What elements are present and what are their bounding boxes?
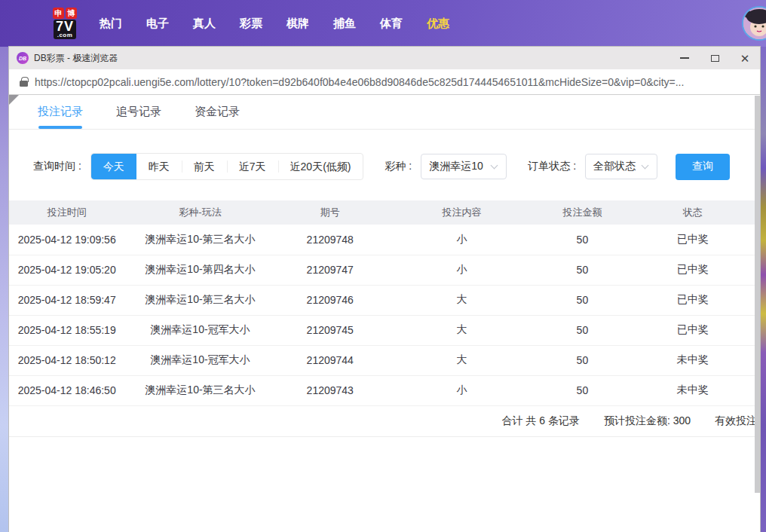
summary-bar: 合计 共 6 条记录 预计投注金额: 300 有效投注金额:: [9, 406, 760, 437]
window-titlebar[interactable]: DB DB彩票 - 极速浏览器 ✕: [9, 47, 760, 69]
cell-status: 未中奖: [626, 345, 760, 375]
cell-status: 已中奖: [626, 285, 760, 315]
table-row[interactable]: 2025-04-12 19:09:56 澳洲幸运10-第三名大小 2120974…: [9, 225, 760, 255]
order-status-select[interactable]: 全部状态: [585, 154, 657, 179]
logo-char: 博: [66, 8, 77, 19]
cell-bet-time: 2025-04-12 19:09:56: [9, 225, 124, 255]
cell-bet-amount: 50: [539, 255, 626, 285]
cell-bet-amount: 50: [539, 345, 626, 375]
site-logo[interactable]: 申 博 7V .com: [47, 8, 83, 39]
maximize-button[interactable]: [700, 47, 730, 69]
nav-item-fishing[interactable]: 捕鱼: [333, 17, 356, 31]
cell-status: 未中奖: [626, 375, 760, 405]
minimize-icon: [680, 57, 689, 59]
cell-game-play: 澳洲幸运10-冠军大小: [124, 345, 275, 375]
tab-fund-records[interactable]: 资金记录: [195, 95, 240, 129]
header-bet-amount: 投注金额: [539, 200, 626, 225]
nav-item-board[interactable]: 棋牌: [286, 17, 309, 31]
cell-bet-content: 小: [385, 375, 539, 405]
cell-bet-time: 2025-04-12 18:59:47: [9, 285, 124, 315]
header-status: 状态: [626, 200, 760, 225]
lottery-select-value: 澳洲幸运10: [429, 160, 483, 173]
nav-item-lottery[interactable]: 彩票: [240, 17, 262, 31]
cell-bet-time: 2025-04-12 18:50:12: [9, 345, 124, 375]
table-row[interactable]: 2025-04-12 18:59:47 澳洲幸运10-第三名大小 2120974…: [9, 285, 760, 315]
url-text[interactable]: https://ctopcp02pcali.uengi5e.com/lotter…: [35, 76, 684, 88]
nav-item-sports[interactable]: 体育: [380, 17, 403, 31]
time-option-7days[interactable]: 近7天: [227, 154, 278, 179]
time-option-today[interactable]: 今天: [91, 154, 136, 179]
close-icon: ✕: [740, 53, 750, 64]
tab-bet-records[interactable]: 投注记录: [38, 95, 83, 129]
time-range-group: 今天 昨天 前天 近7天 近20天(低频): [90, 153, 364, 180]
page-content: 投注记录 追号记录 资金记录 查询时间 : 今天 昨天 前天 近7天 近20天(…: [9, 95, 760, 531]
nav-item-slots[interactable]: 电子: [146, 17, 169, 31]
cell-issue: 21209746: [276, 285, 385, 315]
minimize-button[interactable]: [669, 47, 700, 69]
cell-game-play: 澳洲幸运10-冠军大小: [124, 315, 275, 345]
tab-chase-records[interactable]: 追号记录: [116, 95, 161, 129]
lottery-select[interactable]: 澳洲幸运10: [421, 154, 507, 179]
cell-bet-content: 大: [385, 345, 539, 375]
cell-bet-amount: 50: [539, 375, 626, 405]
nav-item-promo[interactable]: 优惠: [427, 17, 449, 31]
cell-game-play: 澳洲幸运10-第三名大小: [124, 225, 275, 255]
nav-item-hot[interactable]: 热门: [100, 17, 122, 31]
summary-total: 合计 共 6 条记录: [502, 414, 580, 428]
cell-bet-amount: 50: [539, 285, 626, 315]
chevron-down-icon: [491, 162, 498, 170]
cell-issue: 21209748: [276, 225, 385, 255]
table-row[interactable]: 2025-04-12 19:05:20 澳洲幸运10-第四名大小 2120974…: [9, 255, 760, 285]
time-filter-label: 查询时间 :: [33, 160, 81, 173]
cell-bet-content: 小: [385, 225, 539, 255]
background-page-right-strip: [760, 47, 766, 532]
status-filter-label: 订单状态 :: [528, 160, 576, 173]
corner-fold: [9, 95, 19, 105]
cell-status: 已中奖: [626, 315, 760, 345]
cell-status: 已中奖: [626, 225, 760, 255]
cell-bet-content: 小: [385, 255, 539, 285]
table-row[interactable]: 2025-04-12 18:46:50 澳洲幸运10-第三名大小 2120974…: [9, 375, 760, 405]
cell-bet-amount: 50: [539, 225, 626, 255]
favicon-icon: DB: [17, 52, 29, 64]
time-option-20days[interactable]: 近20天(低频): [278, 154, 363, 179]
header-game-play: 彩种-玩法: [124, 200, 275, 225]
close-button[interactable]: ✕: [730, 47, 760, 69]
site-topbar: 申 博 7V .com 热门 电子 真人 彩票 棋牌 捕鱼 体育 优惠: [0, 0, 766, 47]
summary-expected-amount: 预计投注金额: 300: [604, 414, 691, 428]
time-option-yesterday[interactable]: 昨天: [136, 154, 182, 179]
cell-bet-content: 大: [385, 315, 539, 345]
order-status-value: 全部状态: [593, 160, 636, 173]
query-button[interactable]: 查询: [676, 154, 730, 180]
cell-issue: 21209747: [276, 255, 385, 285]
table-row[interactable]: 2025-04-12 18:50:12 澳洲幸运10-冠军大小 21209744…: [9, 345, 760, 375]
cell-game-play: 澳洲幸运10-第三名大小: [124, 285, 275, 315]
cell-bet-time: 2025-04-12 18:46:50: [9, 375, 124, 405]
cell-bet-time: 2025-04-12 18:55:19: [9, 315, 124, 345]
record-tabs: 投注记录 追号记录 资金记录: [9, 95, 760, 130]
nav-item-live[interactable]: 真人: [193, 17, 216, 31]
time-option-daybefore[interactable]: 前天: [182, 154, 227, 179]
avatar-image: [743, 8, 766, 39]
lottery-filter-label: 彩种 :: [385, 160, 412, 173]
bet-records-table: 投注时间 彩种-玩法 期号 投注内容 投注金额 状态 2025-04-12 19…: [9, 200, 760, 406]
content-scrollbar[interactable]: [755, 95, 760, 531]
logo-com-text: .com: [56, 32, 74, 38]
scrollbar-thumb[interactable]: [755, 96, 760, 493]
cell-game-play: 澳洲幸运10-第四名大小: [124, 255, 275, 285]
cell-game-play: 澳洲幸运10-第三名大小: [124, 375, 275, 405]
header-bet-time: 投注时间: [9, 200, 124, 225]
logo-char: 申: [53, 8, 64, 19]
summary-valid-amount: 有效投注金额:: [715, 414, 760, 428]
header-issue: 期号: [276, 200, 385, 225]
url-bar[interactable]: https://ctopcp02pcali.uengi5e.com/lotter…: [9, 69, 760, 95]
lock-icon: [20, 81, 28, 87]
cell-bet-time: 2025-04-12 19:05:20: [9, 255, 124, 285]
maximize-icon: [711, 55, 719, 62]
chevron-down-icon: [642, 162, 649, 170]
bet-table-body: 2025-04-12 19:09:56 澳洲幸运10-第三名大小 2120974…: [9, 225, 760, 405]
cell-issue: 21209745: [276, 315, 385, 345]
cell-status: 已中奖: [626, 255, 760, 285]
user-avatar[interactable]: [742, 6, 766, 41]
table-row[interactable]: 2025-04-12 18:55:19 澳洲幸运10-冠军大小 21209745…: [9, 315, 760, 345]
